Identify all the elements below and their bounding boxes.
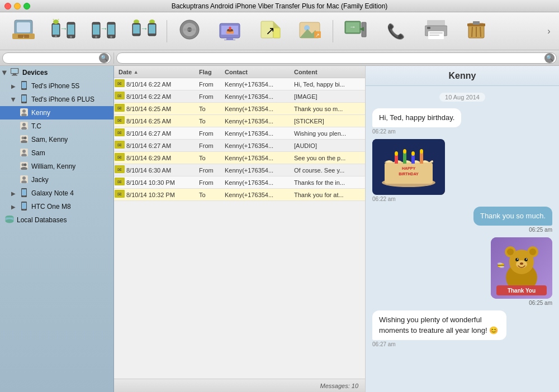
row-msg-icon: ✉ bbox=[114, 79, 125, 89]
content-col-label: Content bbox=[294, 69, 318, 75]
print-button[interactable] bbox=[417, 16, 455, 47]
bubble-time-1: 06:22 am bbox=[372, 128, 396, 135]
table-row[interactable]: ✉ 8/10/14 6:30 AM From Kenny(+176354... … bbox=[114, 164, 365, 176]
sidebar-search-input[interactable] bbox=[2, 52, 111, 64]
svg-rect-67 bbox=[13, 74, 16, 75]
htc-label: HTC One M8 bbox=[31, 203, 71, 211]
svg-point-153 bbox=[500, 266, 504, 268]
sidebar-item-kenny[interactable]: Kenny bbox=[0, 106, 113, 119]
col-header-content[interactable]: Content bbox=[292, 69, 365, 75]
restore-icon: ↓ bbox=[12, 19, 35, 43]
sidebar-item-galaxy[interactable]: ▶ Galaxy Note 4 bbox=[0, 187, 113, 200]
bubble-time-2: 06:22 am bbox=[372, 196, 396, 202]
maximize-button[interactable] bbox=[23, 3, 30, 9]
svg-point-97 bbox=[23, 195, 25, 197]
sidebar-item-sam[interactable]: Sam bbox=[0, 146, 113, 160]
svg-text:📤: 📤 bbox=[226, 26, 234, 34]
transfer-icon: 📤 bbox=[219, 19, 241, 43]
sidebar-item-william-kenny[interactable]: William, Kenny bbox=[0, 160, 113, 173]
iphone-to-iphone-button[interactable]: → bbox=[85, 16, 123, 47]
row-flag: To bbox=[197, 118, 225, 125]
table-row[interactable]: ✉ 8/10/14 6:22 AM From Kenny(+176354... … bbox=[114, 90, 365, 103]
bubble-to-1: Thank you so much. bbox=[473, 207, 552, 226]
photo-button[interactable]: ↗ bbox=[291, 16, 329, 47]
message-5: Wishing you plenty of wonderful moments … bbox=[372, 310, 552, 347]
row-msg-icon: ✉ bbox=[114, 116, 125, 126]
call-icon: 📞 bbox=[387, 24, 405, 39]
sidebar-item-jacky[interactable]: Jacky bbox=[0, 173, 113, 187]
svg-rect-6 bbox=[53, 25, 59, 35]
svg-rect-16 bbox=[93, 25, 100, 35]
import-pc-button[interactable]: → bbox=[337, 16, 375, 47]
svg-rect-53 bbox=[427, 20, 445, 26]
sidebar-item-local-databases[interactable]: Local Databases bbox=[0, 213, 113, 227]
svg-point-100 bbox=[23, 209, 25, 210]
transfer-button[interactable]: 📤 bbox=[211, 16, 249, 47]
svg-text:✉: ✉ bbox=[117, 142, 122, 148]
row-contact: Kenny(+176354... bbox=[225, 106, 292, 112]
svg-text:BIRTHDAY: BIRTHDAY bbox=[399, 172, 419, 176]
sidebar-item-devices[interactable]: ▶ Devices bbox=[0, 66, 113, 79]
row-content: Wishing you plen... bbox=[292, 130, 365, 137]
android-to-android-button[interactable]: → bbox=[125, 16, 163, 47]
table-row[interactable]: ✉ 8/10/14 10:32 PM To Kenny(+176354... T… bbox=[114, 189, 365, 201]
row-contact: Kenny(+176354... bbox=[225, 118, 292, 125]
message-search-button[interactable]: 🔍 bbox=[544, 53, 555, 63]
svg-point-133 bbox=[411, 151, 415, 156]
local-db-icon bbox=[4, 216, 15, 225]
restore-itunes-button[interactable]: ↓ bbox=[4, 16, 42, 47]
table-row[interactable]: ✉ 8/10/14 6:27 AM From Kenny(+176354... … bbox=[114, 140, 365, 152]
chat-body: 10 Aug 2014 Hi, Ted, happy birthday. 06:… bbox=[366, 86, 559, 392]
col-header-flag[interactable]: Flag bbox=[197, 69, 225, 75]
message-search-input[interactable] bbox=[116, 52, 557, 64]
svg-rect-96 bbox=[22, 189, 26, 195]
android-to-iphone-icon: → bbox=[51, 19, 76, 43]
table-row[interactable]: ✉ 8/10/14 6:25 AM To Kenny(+176354... [S… bbox=[114, 115, 365, 127]
trash-button[interactable] bbox=[457, 16, 495, 47]
row-date: 8/10/14 6:25 AM bbox=[125, 106, 197, 112]
minimize-button[interactable] bbox=[14, 3, 21, 9]
svg-rect-13 bbox=[68, 25, 74, 35]
row-date: 8/10/14 10:30 PM bbox=[125, 179, 197, 186]
close-button[interactable] bbox=[4, 3, 11, 9]
row-contact: Kenny(+176354... bbox=[225, 130, 292, 137]
call-button[interactable]: 📞 bbox=[377, 16, 415, 47]
kenny-label: Kenny bbox=[31, 109, 50, 117]
col-header-date[interactable]: Date ▲ bbox=[114, 69, 197, 75]
svg-rect-24 bbox=[133, 25, 140, 34]
svg-point-146 bbox=[524, 258, 528, 261]
traffic-lights bbox=[4, 3, 30, 9]
col-header-contact[interactable]: Contact bbox=[225, 69, 292, 75]
sidebar-item-iphone6plus[interactable]: ▶ Ted's iPhone 6 PLUS bbox=[0, 93, 113, 106]
svg-text:↗: ↗ bbox=[266, 25, 275, 37]
svg-point-145 bbox=[515, 258, 519, 261]
table-row[interactable]: ✉ 8/10/14 6:27 AM From Kenny(+176354... … bbox=[114, 127, 365, 140]
toolbar-scroll-right[interactable]: › bbox=[543, 16, 555, 47]
svg-point-143 bbox=[529, 248, 536, 255]
row-content: [IMAGE] bbox=[292, 93, 365, 100]
iphone6plus-disclosure: ▶ bbox=[11, 97, 17, 102]
svg-text:✉: ✉ bbox=[117, 118, 122, 123]
export-button[interactable]: ↗ bbox=[251, 16, 289, 47]
svg-rect-73 bbox=[22, 95, 26, 102]
table-row[interactable]: ✉ 8/10/14 6:25 AM To Kenny(+176354... Th… bbox=[114, 103, 365, 115]
svg-text:✉: ✉ bbox=[117, 179, 122, 185]
sidebar-item-htc[interactable]: ▶ HTC One M8 bbox=[0, 200, 113, 213]
svg-rect-37 bbox=[224, 40, 235, 40]
sidebar-search-button[interactable]: 🔍 bbox=[99, 53, 109, 63]
svg-point-147 bbox=[517, 259, 518, 260]
row-contact: Kenny(+176354... bbox=[225, 192, 292, 198]
print-icon bbox=[425, 19, 447, 43]
sidebar-item-iphone5s[interactable]: ▶ Ted's iPhone 5S bbox=[0, 79, 113, 93]
bubble-from-1: Hi, Ted, happy birthday. bbox=[372, 108, 461, 127]
row-date: 8/10/14 6:22 AM bbox=[125, 81, 197, 88]
row-flag: From bbox=[197, 179, 225, 186]
sidebar-item-sam-kenny[interactable]: Sam, Kenny bbox=[0, 133, 113, 146]
table-row[interactable]: ✉ 8/10/14 6:22 AM From Kenny(+176354... … bbox=[114, 78, 365, 90]
table-row[interactable]: ✉ 8/10/14 6:29 AM To Kenny(+176354... Se… bbox=[114, 152, 365, 164]
svg-rect-1 bbox=[17, 22, 30, 32]
table-row[interactable]: ✉ 8/10/14 10:30 PM From Kenny(+176354...… bbox=[114, 176, 365, 189]
android-to-iphone-button[interactable]: → bbox=[45, 16, 83, 47]
backup-button[interactable]: ↓ bbox=[170, 16, 209, 47]
sidebar-item-tc[interactable]: T.C bbox=[0, 119, 113, 133]
